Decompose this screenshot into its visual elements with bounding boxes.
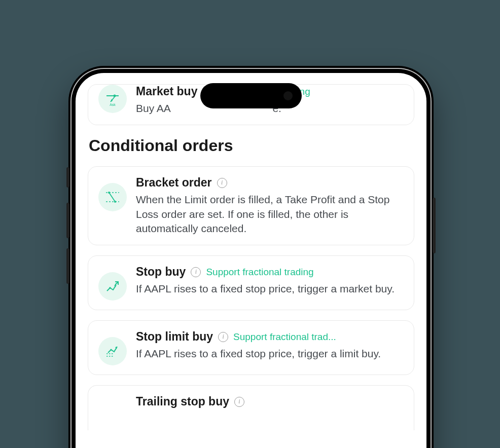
order-description: When the Limit order is filled, a Take P… [136,193,404,236]
section-title-conditional: Conditional orders [89,136,414,155]
svg-point-16 [110,349,112,351]
info-icon[interactable]: i [234,397,244,407]
order-title: Bracket order [136,176,212,190]
phone-side-button [66,248,69,284]
phone-side-button [66,167,69,188]
info-icon[interactable]: i [191,267,201,277]
order-card-bracket[interactable]: Bracket order i When the Limit order is … [88,166,414,245]
phone-side-button [66,203,69,238]
stop-buy-icon [98,272,127,301]
fractional-badge: Support fractional trading [206,267,313,278]
dynamic-island [200,83,302,108]
svg-point-9 [114,201,116,203]
order-title: Stop buy [136,265,186,279]
info-icon[interactable]: i [218,332,228,342]
stop-limit-buy-icon [98,337,127,365]
order-title: Market buy [136,85,197,98]
bracket-order-icon [98,183,127,211]
svg-line-8 [109,193,115,202]
market-buy-icon: Ask [98,85,127,113]
svg-point-1 [114,95,116,97]
screen: Ask Market buy Support fractional tradin… [76,73,426,448]
svg-text:Ask: Ask [110,103,116,106]
order-description: If AAPL rises to a fixed stop price, tri… [136,347,404,361]
order-title: Trailing stop buy [136,395,229,408]
order-card-stop-limit-buy[interactable]: Stop limit buy i Support fractional trad… [88,320,414,375]
phone-frame: Ask Market buy Support fractional tradin… [68,66,434,448]
order-card-trailing-stop-buy[interactable]: Trailing stop buy i [88,385,414,430]
fractional-badge: Support fractional trad... [233,331,404,343]
order-card-stop-buy[interactable]: Stop buy i Support fractional trading If… [88,255,414,310]
info-icon[interactable]: i [217,178,227,188]
order-description: If AAPL rises to a fixed stop price, tri… [136,282,404,296]
svg-point-12 [109,287,111,289]
phone-side-button [433,198,436,253]
order-title: Stop limit buy [136,330,213,344]
